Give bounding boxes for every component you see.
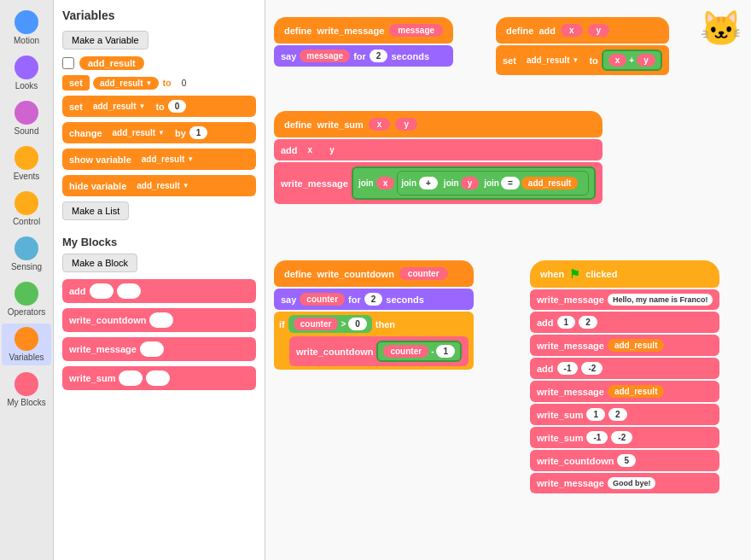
make-block-button[interactable]: Make a Block	[62, 254, 137, 272]
define-label: define	[284, 26, 311, 36]
sidebar-item-sound[interactable]: Sound	[2, 97, 51, 139]
wm-ar2-val: add_result	[608, 385, 665, 398]
hide-variable-block: hide variable add_result▼	[62, 175, 256, 196]
sidebar-item-looks[interactable]: Looks	[2, 52, 51, 94]
set-block-row: set add_result ▼ to 0	[62, 75, 256, 90]
write-countdown-name: write_countdown	[317, 269, 393, 279]
write-sum-custom-block: write_sum	[62, 366, 256, 390]
events-icon	[15, 146, 38, 170]
set-add-result-block: set add_result▼ to x + y	[496, 45, 669, 75]
make-variable-button[interactable]: Make a Variable	[62, 31, 148, 50]
join-add-result: add_result	[521, 177, 579, 190]
define-write-sum-group: define write_sum x y add x y write_messa…	[274, 111, 603, 204]
write-message-name: write_message	[317, 26, 384, 36]
sidebar-item-events-label: Events	[14, 172, 40, 181]
define-add-block: define add x y	[496, 17, 669, 44]
ws-neg2-val: -2	[611, 431, 632, 444]
set-val-0[interactable]: 0	[168, 100, 187, 113]
condition-block: counter > 0	[288, 315, 372, 333]
greater-than: >	[341, 319, 346, 329]
wm-add-result-1-block: write_message add_result	[530, 335, 719, 356]
change-val[interactable]: 1	[189, 126, 208, 139]
set-value[interactable]: 0	[175, 77, 194, 90]
set-full-block: set add_result▼ to 0	[62, 96, 256, 117]
if-label: if	[279, 319, 285, 330]
hide-var-sel[interactable]: add_result▼	[130, 179, 196, 192]
sidebar-item-sound-label: Sound	[15, 126, 39, 136]
clicked-label: clicked	[585, 269, 617, 279]
add-result-oval: add_result▼	[520, 54, 586, 67]
add-result-sel[interactable]: add_result▼	[86, 100, 153, 113]
show-var-sel[interactable]: add_result▼	[135, 153, 201, 166]
add-custom-label: add	[69, 286, 86, 296]
write-countdown-inner-label: write_countdown	[296, 347, 373, 357]
variables-icon	[15, 327, 38, 351]
sound-icon	[15, 101, 38, 125]
add-1-2-block: add 1 2	[530, 312, 719, 333]
y-arg: y	[588, 24, 610, 37]
scratch-cat: 🐱	[700, 9, 742, 49]
say-seconds-val: 2	[370, 50, 388, 62]
add-neg-block: add -1 -2	[530, 358, 719, 379]
change-var-sel[interactable]: add_result▼	[106, 126, 172, 139]
write-sum-name: write_sum	[317, 120, 363, 130]
write-sum-label: write_sum	[69, 373, 115, 383]
ws-1-2-label: write_sum	[537, 410, 583, 420]
join-outer: join x join + join y join = add_result	[352, 166, 597, 200]
add-result-checkbox[interactable]	[62, 57, 74, 69]
my-blocks-title: My Blocks	[62, 236, 256, 248]
sidebar-item-variables[interactable]: Variables	[2, 324, 51, 365]
sidebar-item-myblocks[interactable]: My Blocks	[2, 369, 51, 411]
counter-cond-val: counter	[294, 318, 339, 330]
zero-val: 0	[348, 318, 367, 330]
flag-icon: ⚑	[569, 267, 580, 281]
seconds-label-2: seconds	[386, 295, 424, 305]
for-label-2: for	[348, 295, 361, 305]
say-counter-block: say counter for 2 seconds	[274, 289, 474, 310]
join-inner3: join = add_result	[480, 175, 581, 191]
variables-panel: Variables Make a Variable add_result set…	[54, 0, 265, 560]
change-block-row: change add_result▼ by 1	[62, 122, 256, 143]
define-write-message-block: define write_message message	[274, 17, 453, 44]
define-countdown-block: define write_countdown counter	[274, 260, 474, 287]
canvas: 🐱 define write_message message say messa…	[265, 0, 751, 560]
y-val: y	[637, 54, 655, 67]
ws-neg1-val: -1	[586, 431, 608, 444]
sidebar-item-control[interactable]: Control	[2, 188, 51, 230]
sidebar-item-operators-label: Operators	[8, 307, 45, 317]
sidebar-item-looks-label: Looks	[15, 81, 38, 90]
add-1-val: 1	[557, 316, 576, 329]
add-2-val: 2	[579, 316, 597, 329]
set-block[interactable]: set	[62, 75, 90, 90]
subtract-block: counter - 1	[376, 341, 462, 362]
make-list-button[interactable]: Make a List	[62, 201, 129, 220]
show-variable-block: show variable add_result▼	[62, 149, 256, 170]
wm-hello-block: write_message Hello, my name is Franco!	[530, 289, 719, 310]
say-message-val: message	[300, 50, 350, 62]
ws-2-val: 2	[608, 408, 627, 421]
wm-ar2-label: write_message	[537, 387, 604, 397]
sidebar-item-events[interactable]: Events	[2, 143, 51, 184]
define-write-sum-label: define	[284, 120, 311, 130]
sidebar-item-myblocks-label: My Blocks	[7, 398, 46, 407]
dropdown-arrow-icon: ▼	[145, 79, 152, 87]
wm-hello-label: write_message	[537, 295, 604, 305]
add-result-dropdown[interactable]: add_result ▼	[93, 77, 160, 90]
wm-bye-val: Good bye!	[608, 477, 656, 489]
for-label: for	[353, 51, 366, 61]
counter-sub-val: counter	[383, 345, 428, 358]
sidebar-item-sensing-label: Sensing	[11, 262, 42, 271]
panel-title: Variables	[62, 9, 256, 22]
plus-sign: +	[629, 55, 634, 65]
add-1-2-label: add	[537, 318, 554, 328]
write-countdown-label: write_countdown	[69, 315, 146, 325]
sidebar-item-sensing[interactable]: Sensing	[2, 233, 51, 275]
sidebar: Motion Looks Sound Events Control Sensin…	[0, 0, 54, 560]
sidebar-item-motion[interactable]: Motion	[2, 7, 51, 49]
add-neg2-val: -2	[581, 362, 603, 375]
ys-arg: y	[395, 118, 417, 131]
when-clicked-group: when ⚑ clicked write_message Hello, my n…	[530, 260, 719, 493]
add-result-checkbox-row: add_result	[62, 56, 256, 70]
hide-var-label: hide variable	[69, 181, 126, 191]
sidebar-item-operators[interactable]: Operators	[2, 278, 51, 320]
